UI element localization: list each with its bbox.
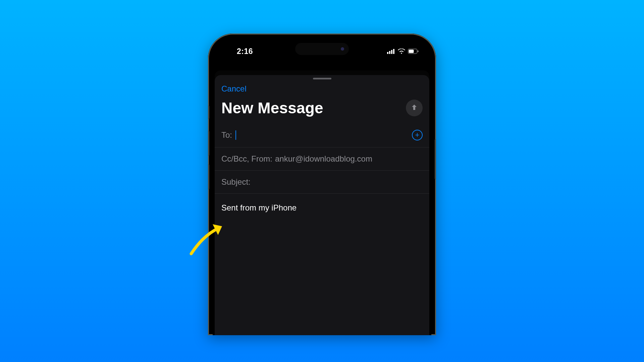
iphone-device-frame: 2:16 bbox=[208, 34, 436, 335]
from-address: ankur@idownloadblog.com bbox=[275, 154, 372, 164]
arrow-up-icon bbox=[410, 103, 418, 113]
subject-field[interactable]: Subject: bbox=[215, 171, 429, 194]
svg-rect-2 bbox=[391, 50, 392, 54]
volume-down-button bbox=[208, 164, 209, 189]
wifi-icon bbox=[398, 47, 405, 56]
email-signature: Sent from my iPhone bbox=[221, 203, 297, 212]
add-contact-button[interactable]: + bbox=[412, 130, 423, 140]
to-field[interactable]: To: + bbox=[215, 123, 429, 147]
svg-rect-0 bbox=[387, 52, 388, 54]
subject-label: Subject: bbox=[221, 177, 251, 187]
sheet-grabber[interactable] bbox=[313, 78, 331, 79]
power-button bbox=[435, 139, 436, 179]
dynamic-island bbox=[295, 43, 349, 55]
svg-rect-1 bbox=[389, 51, 390, 54]
compose-sheet: Cancel New Message To: bbox=[215, 75, 429, 335]
send-button[interactable] bbox=[406, 100, 423, 116]
battery-icon bbox=[408, 47, 419, 56]
to-label: To: bbox=[221, 130, 232, 140]
svg-rect-5 bbox=[409, 50, 414, 53]
cancel-button[interactable]: Cancel bbox=[215, 79, 253, 96]
iphone-screen: 2:16 bbox=[213, 38, 431, 335]
ccbcc-label: Cc/Bcc, From: bbox=[221, 154, 272, 164]
cellular-signal-icon bbox=[387, 47, 395, 56]
compose-title: New Message bbox=[221, 99, 323, 117]
mute-switch bbox=[208, 106, 209, 119]
status-bar: 2:16 bbox=[213, 38, 431, 58]
plus-icon: + bbox=[415, 131, 420, 139]
text-caret bbox=[235, 130, 236, 140]
volume-up-button bbox=[208, 131, 209, 156]
message-body[interactable]: Sent from my iPhone bbox=[215, 194, 429, 222]
svg-rect-3 bbox=[393, 49, 394, 54]
svg-rect-6 bbox=[418, 50, 419, 52]
status-time: 2:16 bbox=[223, 40, 253, 56]
cc-bcc-from-field[interactable]: Cc/Bcc, From: ankur@idownloadblog.com bbox=[215, 147, 429, 171]
